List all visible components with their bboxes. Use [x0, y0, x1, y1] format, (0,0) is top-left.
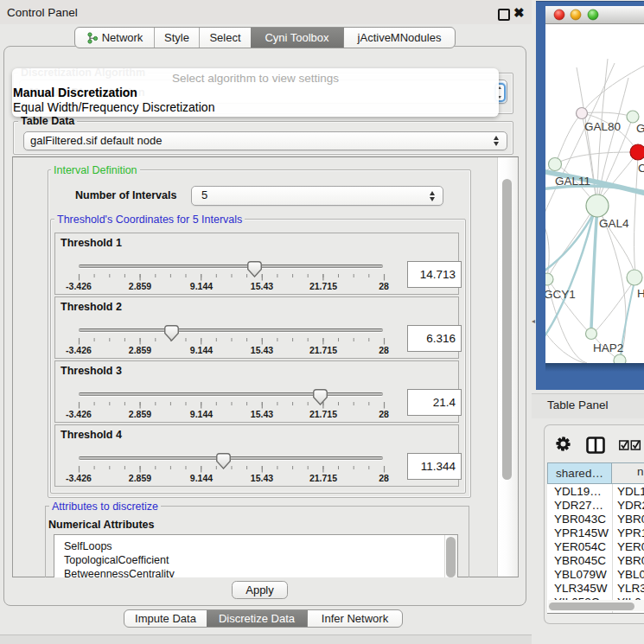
svg-text:H: H: [637, 287, 644, 300]
svg-text:GAL80: GAL80: [584, 120, 621, 133]
svg-text:HAP2: HAP2: [593, 341, 623, 354]
svg-text:GAL11: GAL11: [555, 175, 590, 188]
svg-text:GCY1: GCY1: [545, 288, 576, 301]
svg-text:C: C: [638, 162, 644, 175]
svg-text:G: G: [636, 122, 644, 135]
svg-text:GAL4: GAL4: [599, 217, 629, 230]
